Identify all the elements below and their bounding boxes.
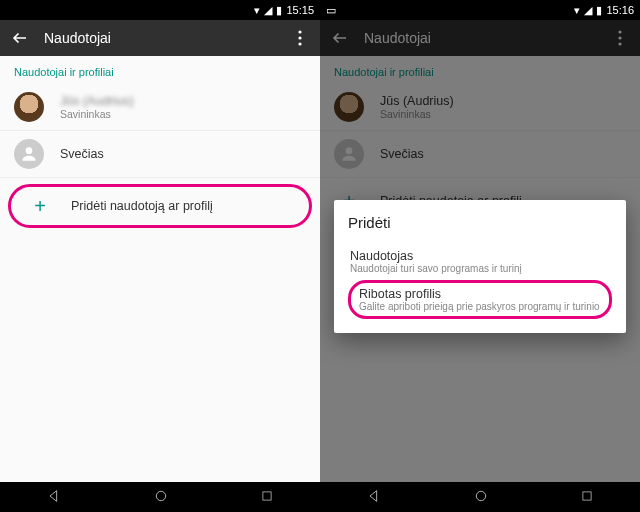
- app-bar: Naudotojai: [0, 20, 320, 56]
- battery-icon: ▮: [276, 4, 282, 17]
- nav-back-icon[interactable]: [46, 488, 62, 507]
- battery-icon: ▮: [596, 4, 602, 17]
- back-button[interactable]: [8, 26, 32, 50]
- svg-rect-11: [583, 491, 591, 499]
- svg-point-10: [476, 491, 485, 500]
- dialog-option-restricted[interactable]: Ribotas profilis Galite apriboti prieigą…: [348, 280, 612, 319]
- status-bar: ▾ ◢ ▮ 15:15: [0, 0, 320, 20]
- signal-icon: ◢: [264, 4, 272, 17]
- owner-name: Jūs (Audrius): [60, 94, 134, 108]
- svg-point-3: [26, 147, 33, 154]
- overflow-menu-icon[interactable]: [288, 26, 312, 50]
- owner-row[interactable]: Jūs (Audrius) Savininkas: [0, 84, 320, 131]
- screenshot-icon: ▭: [326, 4, 336, 17]
- screen-left: ▾ ◢ ▮ 15:15 Naudotojai Naudotojai ir pro…: [0, 0, 320, 512]
- nav-back-icon[interactable]: [366, 488, 382, 507]
- navigation-bar: [0, 482, 320, 512]
- guest-row[interactable]: Svečias: [0, 131, 320, 178]
- section-label: Naudotojai ir profiliai: [0, 56, 320, 84]
- status-time: 15:15: [286, 4, 314, 16]
- navigation-bar: [320, 482, 640, 512]
- svg-point-0: [298, 30, 301, 33]
- appbar-title: Naudotojai: [44, 30, 288, 46]
- nav-recents-icon[interactable]: [580, 489, 594, 506]
- status-bar: ▭ ▾ ◢ ▮ 15:16: [320, 0, 640, 20]
- add-user-row-container: + Pridėti naudotoją ar profilį: [0, 178, 320, 234]
- nav-home-icon[interactable]: [473, 488, 489, 507]
- svg-point-4: [156, 491, 165, 500]
- add-user-highlight: + Pridėti naudotoją ar profilį: [8, 184, 312, 228]
- guest-label: Svečias: [60, 147, 104, 161]
- screen-right: ▭ ▾ ◢ ▮ 15:16 Naudotojai Naudotojai ir p…: [320, 0, 640, 512]
- wifi-icon: ▾: [574, 4, 580, 17]
- signal-icon: ◢: [584, 4, 592, 17]
- status-time: 15:16: [606, 4, 634, 16]
- content-area: Naudotojai ir profiliai Jūs (Audrius) Sa…: [0, 56, 320, 234]
- avatar-guest-icon: [14, 139, 44, 169]
- svg-point-1: [298, 36, 301, 39]
- wifi-icon: ▾: [254, 4, 260, 17]
- option-restricted-subtitle: Galite apriboti prieigą prie paskyros pr…: [359, 301, 601, 312]
- svg-rect-5: [263, 491, 271, 499]
- svg-point-2: [298, 42, 301, 45]
- add-user-label: Pridėti naudotoją ar profilį: [71, 199, 213, 213]
- option-restricted-title: Ribotas profilis: [359, 287, 601, 301]
- nav-home-icon[interactable]: [153, 488, 169, 507]
- option-user-title: Naudotojas: [350, 249, 610, 263]
- add-dialog: Pridėti Naudotojas Naudotojai turi savo …: [334, 200, 626, 333]
- add-icon: +: [25, 191, 55, 221]
- dialog-title: Pridėti: [348, 214, 612, 231]
- nav-recents-icon[interactable]: [260, 489, 274, 506]
- avatar-owner-icon: [14, 92, 44, 122]
- dialog-option-user[interactable]: Naudotojas Naudotojai turi savo programa…: [348, 243, 612, 280]
- add-user-button[interactable]: Pridėti naudotoją ar profilį: [71, 199, 213, 213]
- option-user-subtitle: Naudotojai turi savo programas ir turinį: [350, 263, 610, 274]
- owner-subtitle: Savininkas: [60, 108, 134, 120]
